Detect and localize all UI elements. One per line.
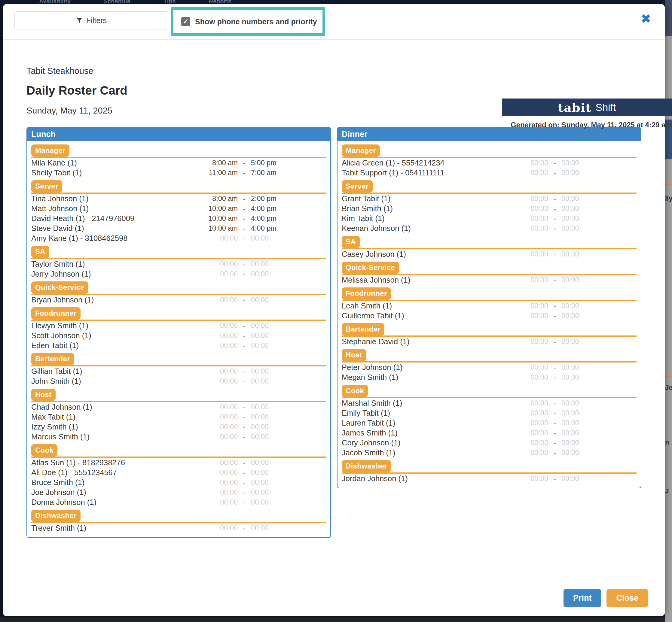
time-separator: - <box>548 277 562 284</box>
roster-row: Jerry Johnson (1)00:00-00:00 <box>31 269 326 279</box>
shift-end-time: 00:00 <box>251 270 288 278</box>
time-separator: - <box>238 297 251 304</box>
shift-times: 00:00-00:00 <box>512 475 598 483</box>
close-button[interactable]: Close <box>606 589 648 607</box>
roster-row: Donna Johnson (1)00:00-00:00 <box>31 497 326 507</box>
shift-start-time: 00:00 <box>512 169 548 177</box>
modal-footer: Print Close <box>3 580 665 616</box>
role-badge: SA <box>31 246 49 258</box>
shift-end-time: 00:00 <box>251 478 288 487</box>
filters-button[interactable]: Filters <box>14 11 168 29</box>
shift-end-time: 00:00 <box>562 195 598 203</box>
roster-row: Mila Kane (1)8:00 am-5:00 pm <box>31 158 326 168</box>
time-separator: - <box>548 410 562 417</box>
employee-name: Shelly Tabit (1) <box>31 169 82 177</box>
employee-name: Mila Kane (1) <box>31 159 77 167</box>
background-nav-item: Tips <box>163 0 176 4</box>
roster-row: Marcus Smith (1)00:00-00:00 <box>31 432 326 442</box>
time-separator: - <box>548 160 562 167</box>
modal-content: Tabit Steakhouse Daily Roster Card Sunda… <box>3 40 665 538</box>
shift-end-time: 4:00 pm <box>251 214 288 222</box>
shift-start-time: 00:00 <box>201 478 238 487</box>
role-badge: Foodrunner <box>342 287 391 300</box>
shift-end-time: 00:00 <box>251 234 288 242</box>
shift-start-time: 00:00 <box>512 449 548 457</box>
shift-times: 00:00-00:00 <box>201 270 288 278</box>
time-separator: - <box>548 439 562 447</box>
logo-product-text: Shift <box>596 102 616 113</box>
time-separator: - <box>238 342 251 349</box>
shift-times: 00:00-00:00 <box>201 403 288 411</box>
roster-row: Llewyn Smith (1)00:00-00:00 <box>31 321 326 331</box>
background-nav-item: Schedule <box>104 0 130 4</box>
background-nav-item: Availability <box>39 0 71 4</box>
close-icon[interactable]: ✖ <box>641 12 651 25</box>
shift-times: 10:00 am-4:00 pm <box>201 214 288 222</box>
role-section-header: Host <box>31 389 326 402</box>
employee-name: Amy Kane (1) - 3108462598 <box>31 234 127 243</box>
shift-start-time: 10:00 am <box>201 205 238 213</box>
time-separator: - <box>238 195 251 202</box>
shift-times: 00:00-00:00 <box>512 364 598 372</box>
time-separator: - <box>238 271 251 278</box>
logo-block: tabit Shift Generated on: Sunday, May 11… <box>502 99 672 129</box>
shift-end-time: 00:00 <box>251 433 288 441</box>
time-separator: - <box>548 449 562 456</box>
time-separator: - <box>238 469 251 476</box>
shift-times: 8:00 am-2:00 pm <box>201 195 288 203</box>
shift-start-time: 00:00 <box>201 377 238 385</box>
role-badge: Foodrunner <box>31 307 81 319</box>
role-badge: Bartender <box>342 323 384 336</box>
show-phone-numbers-checkbox[interactable]: ✓ <box>181 17 190 26</box>
time-separator: - <box>548 225 562 232</box>
shift-end-time: 00:00 <box>251 488 288 496</box>
background-right-edge: lly Je n J <box>665 0 672 622</box>
shift-start-time: 00:00 <box>512 214 548 222</box>
roster-row: Guillermo Tabit (1)00:00-00:00 <box>342 311 637 321</box>
shift-end-time: 00:00 <box>562 409 598 417</box>
employee-name: Marcus Smith (1) <box>31 433 90 441</box>
shift-times: 00:00-00:00 <box>201 469 288 477</box>
employee-name: Izzy Smith (1) <box>31 422 78 431</box>
roster-row: Brian Smith (1)00:00-00:00 <box>342 204 637 213</box>
roster-row: Jordan Johnson (1)00:00-00:00 <box>342 474 637 484</box>
shift-end-time: 00:00 <box>251 377 288 385</box>
time-separator: - <box>238 261 251 268</box>
background-text-fragment: Je <box>665 384 672 392</box>
shift-times: 00:00-00:00 <box>201 433 288 441</box>
time-separator: - <box>548 475 562 482</box>
roster-row: Gillian Tabit (1)00:00-00:00 <box>31 367 326 376</box>
generated-timestamp: Generated on: Sunday, May 11, 2025 at 4:… <box>502 121 672 129</box>
employee-name: Llewyn Smith (1) <box>31 321 88 330</box>
roster-row: Matt Johnson (1)10:00 am-4:00 pm <box>31 204 326 213</box>
background-fragment <box>665 376 672 377</box>
employee-name: James Smith (1) <box>342 428 397 437</box>
employee-name: Peter Johnson (1) <box>342 363 403 372</box>
dinner-card: DinnerManagerAlicia Green (1) - 55542142… <box>337 127 641 488</box>
shift-start-time: 00:00 <box>512 276 548 284</box>
shift-start-time: 00:00 <box>201 469 238 477</box>
shift-end-time: 00:00 <box>251 498 288 506</box>
shift-times: 00:00-00:00 <box>512 429 598 437</box>
employee-name: Guillermo Tabit (1) <box>342 311 404 320</box>
shift-times: 00:00-00:00 <box>201 377 288 385</box>
lunch-card: LunchManagerMila Kane (1)8:00 am-5:00 pm… <box>27 127 331 538</box>
shift-start-time: 00:00 <box>201 459 238 467</box>
print-button[interactable]: Print <box>564 589 601 607</box>
employee-name: Matt Johnson (1) <box>31 204 89 213</box>
role-section-header: Cook <box>31 444 326 458</box>
roster-row: Leah Smith (1)00:00-00:00 <box>342 301 637 311</box>
shift-times: 00:00-00:00 <box>201 367 288 375</box>
shift-times: 00:00-00:00 <box>512 312 598 320</box>
shift-start-time: 10:00 am <box>201 224 238 233</box>
role-section-header: SA <box>31 246 326 259</box>
shift-end-time: 00:00 <box>562 302 598 310</box>
time-separator: - <box>238 423 251 431</box>
shift-start-time: 10:00 am <box>201 214 238 222</box>
role-section-header: Foodrunner <box>31 307 326 321</box>
shift-times: 00:00-00:00 <box>512 195 598 203</box>
shift-end-time: 00:00 <box>562 169 598 177</box>
shift-times: 00:00-00:00 <box>201 459 288 467</box>
roster-row: Cory Johnson (1)00:00-00:00 <box>342 438 637 448</box>
role-section-header: Server <box>342 180 637 194</box>
